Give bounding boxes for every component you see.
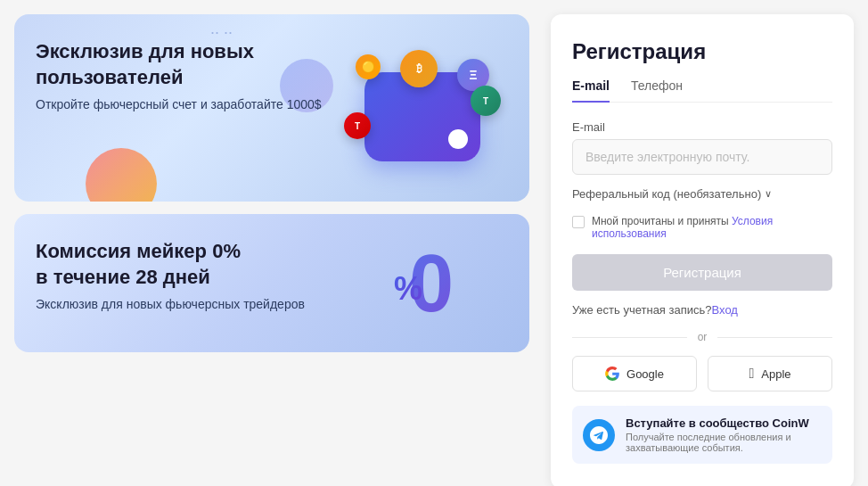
terms-checkbox[interactable] [572,216,585,228]
terms-text: Мной прочитаны и приняты Условия использ… [592,215,832,240]
community-title: Вступайте в сообщество CoinW [626,416,822,430]
tab-email[interactable]: E-mail [572,78,610,102]
community-text: Вступайте в сообщество CoinW Получайте п… [626,416,822,453]
google-button[interactable]: Google [572,356,697,391]
chevron-down-icon: ∨ [765,188,772,200]
promo-card-bottom[interactable]: Комиссия мейкер 0%в течение 28 дней Экск… [14,214,529,352]
or-text: or [698,331,708,343]
apple-label: Apple [761,367,790,381]
community-banner[interactable]: Вступайте в сообщество CoinW Получайте п… [572,406,832,464]
or-divider: or [572,331,832,343]
form-title: Регистрация [572,39,832,64]
apple-icon:  [749,366,754,382]
bottom-card-title: Комиссия мейкер 0%в течение 28 дней [36,239,285,290]
google-label: Google [626,367,664,381]
right-panel: Регистрация E-mail Телефон E-mail Рефера… [551,14,854,486]
apple-button[interactable]:  Apple [708,356,832,391]
email-input[interactable] [572,139,832,175]
tab-phone[interactable]: Телефон [631,78,683,102]
login-static-text: Уже есть учетная запись? [572,303,712,317]
register-button[interactable]: Регистрация [572,254,832,291]
promo-card-top[interactable]: ·· ·· Эксклюзив для новых пользователей … [14,14,529,202]
email-label: E-mail [572,120,832,134]
login-row: Уже есть учетная запись?Вход [572,303,832,317]
login-link[interactable]: Вход [712,303,738,317]
or-line-left [572,337,687,338]
page-wrapper: ·· ·· Эксклюзив для новых пользователей … [14,14,854,486]
referral-label: Реферальный код (необязательно) [572,187,761,201]
left-panel: ·· ·· Эксклюзив для новых пользователей … [14,14,529,486]
or-line-right [717,337,832,338]
bottom-card-art: 0 % [342,214,520,352]
top-card-title: Эксклюзив для новых пользователей [36,39,285,90]
top-card-subtitle: Откройте фьючерсный счет и заработайте 1… [36,97,508,111]
referral-row[interactable]: Реферальный код (необязательно) ∨ [572,187,832,201]
google-icon [605,367,619,381]
community-sub: Получайте последние обновления и захваты… [626,432,822,453]
terms-row: Мной прочитаны и приняты Условия использ… [572,215,832,240]
terms-static-text: Мной прочитаны и приняты [592,215,732,227]
bottom-card-subtitle: Эксклюзив для новых фьючерсных трейдеров [36,297,508,311]
telegram-icon [583,419,615,451]
tab-row: E-mail Телефон [572,78,832,103]
social-buttons: Google  Apple [572,356,832,391]
